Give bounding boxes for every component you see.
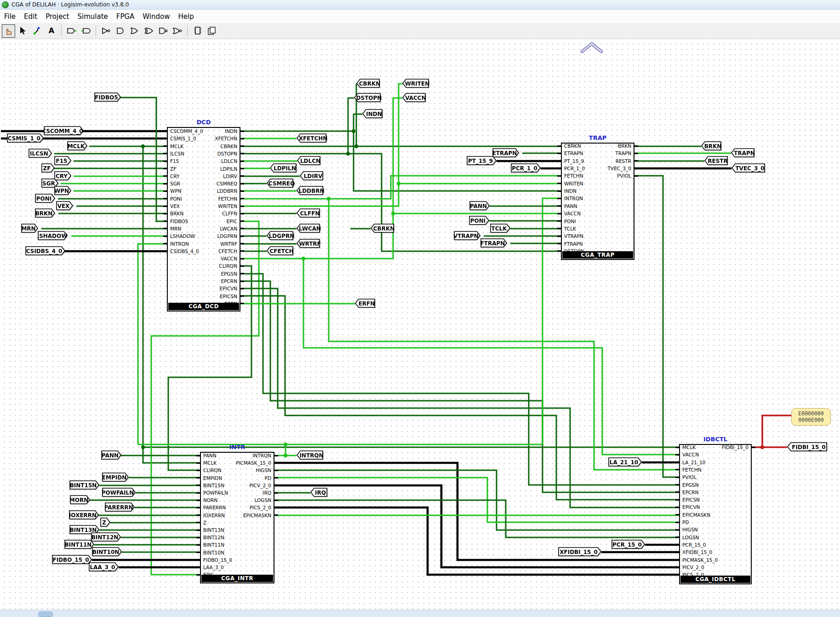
input-label-brkn[interactable]: BRKN (35, 208, 57, 219)
wire[interactable] (303, 259, 679, 455)
input-label-bint15n[interactable]: BINT15N (69, 480, 101, 491)
wire[interactable] (348, 98, 354, 154)
pin-stub (675, 552, 680, 553)
output-label-restr[interactable]: RESTR (704, 156, 729, 167)
output-label-brkn[interactable]: BRKN (701, 141, 723, 152)
wire[interactable] (119, 98, 167, 221)
output-label-cbrkn[interactable]: CBRKN (356, 79, 381, 89)
input-label-f15[interactable]: F15 (54, 156, 73, 167)
output-label-irq[interactable]: IRQ (310, 488, 329, 498)
input-label-lshadow[interactable]: LSHADOW (38, 231, 69, 242)
pin-ldgprn: LDGPRN (217, 233, 237, 239)
wire[interactable] (634, 176, 679, 477)
output-label-erfn[interactable]: ERFN (355, 299, 377, 309)
input-label-poni[interactable]: PONI (35, 194, 57, 204)
input-label-mclk[interactable]: MCLK (67, 141, 89, 152)
pin-stub (240, 265, 244, 267)
input-label-fidbo_15_0[interactable]: FIDBO_15_0 (52, 555, 93, 565)
pin-norn: NORN (203, 497, 217, 503)
input-label-ftrapn[interactable]: FTRAPN (480, 238, 509, 249)
input-label-z[interactable]: Z (100, 518, 112, 528)
wire[interactable] (274, 470, 679, 530)
pin-stub (196, 559, 200, 560)
pin-stub (240, 168, 244, 169)
output-label-clffn[interactable]: CLFFN (297, 208, 321, 219)
pin-indn: INDN (564, 188, 577, 194)
input-label-laa_3_0[interactable]: LAA_3_0 (89, 562, 120, 573)
output-label-xfetchn[interactable]: XFETCHN (297, 133, 328, 144)
output-label-writen[interactable]: WRITEN (402, 79, 430, 89)
output-label-ldirv[interactable]: LDIRV (300, 171, 325, 182)
input-label-ilcsn[interactable]: ILCSN (29, 149, 53, 159)
wire[interactable] (240, 296, 679, 500)
pin-stub (163, 250, 167, 252)
output-label-cfetch[interactable]: CFETCH (267, 246, 295, 257)
input-label-parerrn[interactable]: PARERRN (105, 502, 136, 513)
pin-pviol: PVIOL (617, 173, 631, 179)
subcircuit-dcd[interactable]: DCDCGA_DCDCSCOMM_4_0CSMIS_1_0MCLKILCSNF1… (167, 127, 240, 311)
wire[interactable] (138, 244, 167, 444)
svg-text:FIDBI_15_0: FIDBI_15_0 (792, 444, 825, 451)
subcircuit-idbctl[interactable]: IDBCTLCGA_IDBCTLMCLKVACCNLA_21_10FETCHNP… (679, 444, 752, 584)
input-label-poni[interactable]: PONI (469, 216, 491, 226)
wire[interactable] (354, 114, 561, 191)
output-label-indn[interactable]: INDN (362, 109, 384, 120)
output-label-wrtrf[interactable]: WRTRF (297, 239, 321, 249)
output-label-ldgprn[interactable]: LDGPRN (267, 231, 295, 242)
input-label-bint11n[interactable]: BINT11N (64, 540, 96, 550)
input-label-pann[interactable]: PANN (469, 201, 491, 212)
input-label-fidbo5[interactable]: FIDBO5 (94, 92, 122, 103)
svg-text:EMPIDN: EMPIDN (102, 474, 126, 481)
input-label-pt_15_9[interactable]: PT_15_9 (467, 156, 498, 167)
input-label-empidn[interactable]: EMPIDN (102, 473, 130, 483)
wire-junction (284, 443, 287, 446)
output-label-fidbi_15_0[interactable]: FIDBI_15_0 (787, 442, 829, 453)
input-label-mrn[interactable]: MRN (21, 224, 40, 234)
output-label-ldlcn[interactable]: LDLCN (297, 156, 322, 167)
output-label-tvec_3_0[interactable]: TVEC_3_0 (731, 163, 766, 174)
output-label-vaccn[interactable]: VACCN (402, 93, 427, 104)
input-label-pann[interactable]: PANN (101, 450, 123, 461)
pin-stub (240, 250, 244, 252)
pin-stub (163, 190, 167, 192)
wire[interactable] (274, 478, 679, 522)
input-label-pcr_1_0[interactable]: PCR_1_0 (511, 163, 542, 174)
pin-xfetchn: XFETCHN (215, 136, 237, 141)
horizontal-scrollbar[interactable] (0, 610, 840, 617)
output-label-intrqn[interactable]: INTRQN (297, 450, 325, 461)
input-label-ioxerrn[interactable]: IOXERRN (69, 510, 100, 521)
input-label-vtrapn[interactable]: VTRAPN (454, 231, 482, 242)
output-label-cbrkn[interactable]: CBRKN (371, 224, 395, 234)
svg-text:XFETCHN: XFETCHN (299, 135, 328, 142)
pin-stub (675, 499, 680, 501)
subcircuit-intr[interactable]: INTRCGA_INTRPANNMCLKCLIRQNEMPIDNBINT15NP… (200, 452, 274, 583)
input-label-vex[interactable]: VEX (56, 201, 74, 212)
input-label-la_21_10[interactable]: LA_21_10 (608, 457, 643, 468)
input-label-bint12n[interactable]: BINT12N (91, 532, 122, 543)
output-label-lddbrn[interactable]: LDDBRN (297, 186, 325, 196)
svg-text:BRKN: BRKN (35, 210, 53, 217)
input-label-bint10n[interactable]: BINT10N (92, 547, 123, 558)
horizontal-scrollbar-thumb[interactable] (38, 611, 53, 617)
pin-stub (196, 507, 200, 508)
input-label-csidbs_4_0[interactable]: CSIDBS_4_0 (25, 246, 67, 257)
output-label-trapn[interactable]: TRAPN (731, 148, 756, 159)
output-label-csmreq[interactable]: CSMREQ (267, 179, 295, 189)
input-label-powfailn[interactable]: POWFAILN (102, 488, 137, 498)
input-label-xfidbi_15_0[interactable]: XFIDBI_15_0 (558, 547, 603, 558)
output-label-lwcan[interactable]: LWCAN (297, 224, 321, 234)
output-label-dstopn[interactable]: DSTOPN (354, 93, 382, 104)
wire[interactable] (274, 500, 679, 537)
wire[interactable] (274, 485, 679, 567)
pin-irq: IRQ (263, 490, 271, 496)
input-label-cscomm_4_0[interactable]: CSCOMM_4_0 (44, 126, 85, 137)
subcircuit-trap[interactable]: TRAPCGA_TRAPCBRKNETRAPNPT_15_9PCR_1_0FET… (561, 143, 634, 260)
input-label-tclk[interactable]: TCLK (490, 224, 512, 234)
wire[interactable] (240, 288, 679, 507)
pin-trapn: TRAPN (615, 150, 631, 156)
input-label-morn[interactable]: MORN (70, 495, 91, 506)
input-label-wpn[interactable]: WPN (54, 186, 73, 196)
input-label-pcr_15_0[interactable]: PCR_15_0 (611, 540, 646, 550)
output-label-ldpiln[interactable]: LDPILN (270, 163, 298, 174)
input-label-csmis_1_0[interactable]: CSMIS_1_0 (7, 133, 45, 144)
